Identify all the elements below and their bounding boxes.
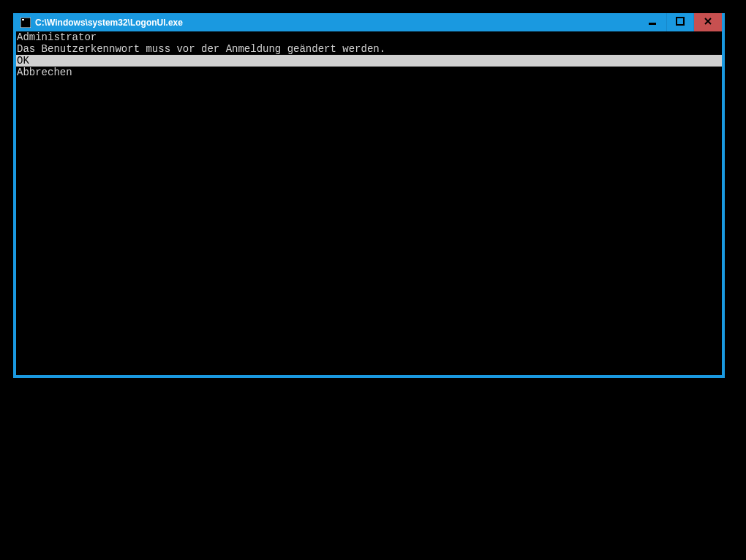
close-icon [704, 17, 712, 28]
console-app-icon [20, 18, 31, 28]
console-content: Administrator Das Benutzerkennwort muss … [16, 31, 722, 78]
username-line: Administrator [16, 31, 722, 43]
maximize-icon [676, 17, 685, 28]
svg-rect-1 [22, 19, 24, 20]
logon-window: C:\Windows\system32\LogonUI.exe Administ… [13, 13, 725, 378]
svg-rect-2 [649, 23, 656, 25]
svg-rect-3 [677, 18, 684, 25]
minimize-icon [648, 17, 657, 28]
minimize-button[interactable] [638, 13, 666, 31]
window-controls [638, 13, 722, 31]
titlebar[interactable]: C:\Windows\system32\LogonUI.exe [16, 13, 722, 31]
message-line: Das Benutzerkennwort muss vor der Anmeld… [16, 43, 722, 55]
ok-option[interactable]: OK [16, 55, 722, 67]
maximize-button[interactable] [666, 13, 694, 31]
window-title: C:\Windows\system32\LogonUI.exe [35, 18, 638, 28]
close-button[interactable] [694, 13, 722, 31]
cancel-option[interactable]: Abbrechen [16, 67, 722, 78]
